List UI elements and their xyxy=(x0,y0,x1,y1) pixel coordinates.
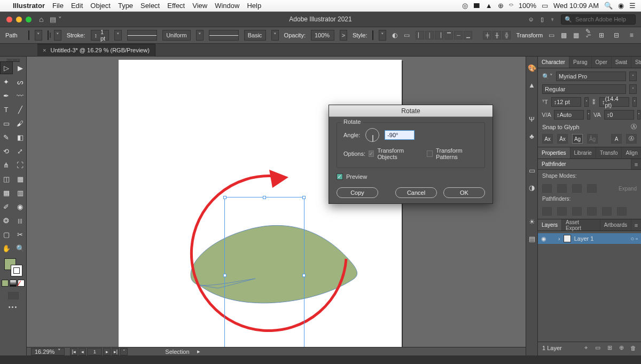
layer-row[interactable]: ◉ › Layer 1 ○ ▫ xyxy=(538,233,641,244)
wifi-icon[interactable]: ⌔ xyxy=(509,2,513,10)
visibility-icon[interactable]: ◉ xyxy=(541,235,546,242)
close-tab-icon[interactable]: × xyxy=(43,47,46,53)
edit-icon[interactable]: ✎̲ ˅ xyxy=(585,30,591,40)
tab-stroke[interactable]: Strok xyxy=(631,57,641,68)
scale-tool[interactable]: ⤢ xyxy=(14,145,26,157)
magic-wand-tool[interactable]: ✦ xyxy=(1,76,12,88)
menu-effect[interactable]: Effect xyxy=(167,2,185,10)
help-search-input[interactable] xyxy=(575,16,632,22)
mesh-tool[interactable]: ▩ xyxy=(1,187,12,199)
sync-icon[interactable]: ▲ xyxy=(486,2,493,10)
angle-input[interactable] xyxy=(385,130,415,140)
paintbrush-tool[interactable]: 🖌 xyxy=(14,117,26,129)
share-icon[interactable]: ☺ xyxy=(528,16,534,22)
lasso-tool[interactable]: ᔕ xyxy=(14,76,26,88)
align-group[interactable]: ▏│▕ ▔─▁ xyxy=(416,31,472,39)
ok-button[interactable]: OK xyxy=(443,187,485,198)
target-icon[interactable]: ○ ▫ xyxy=(630,235,638,242)
font-style-dd[interactable]: ˅ xyxy=(629,84,637,94)
rotate-tool[interactable]: ⟲ xyxy=(1,145,12,157)
mask-icon[interactable]: ▦ xyxy=(573,30,580,40)
control-center-icon[interactable]: ☰ xyxy=(629,2,636,10)
artboard-nav[interactable]: |◂◂1▸▸|˅ xyxy=(70,348,128,355)
tab-paragraph[interactable]: Parag xyxy=(569,57,592,68)
copy-button[interactable]: Copy xyxy=(337,187,378,198)
line-tool[interactable]: ╱ xyxy=(14,104,26,115)
zoom-field[interactable]: 16.29%˅ xyxy=(31,348,65,355)
battery-icon[interactable]: ▭ xyxy=(542,2,548,10)
rectangle-tool[interactable]: ▭ xyxy=(1,117,12,129)
hand-tool[interactable]: ✋ xyxy=(1,242,12,254)
doc-setup-icon[interactable]: ▯ xyxy=(541,16,544,23)
dropbox-icon[interactable]: ⯀ xyxy=(473,2,480,10)
style-dd[interactable]: ˅ xyxy=(379,30,386,41)
brush-dd[interactable]: ˅ xyxy=(271,30,279,41)
snap-glyph-icon[interactable]: Ⓐ xyxy=(631,123,637,131)
stroke-width-dd[interactable]: ˅ xyxy=(114,30,122,41)
free-transform-tool[interactable]: ⛶ xyxy=(14,159,26,171)
app-menu[interactable]: Illustrator xyxy=(13,2,45,10)
stroke-panel-icon[interactable]: ▭ xyxy=(527,165,537,175)
layers-menu[interactable]: ≡ xyxy=(631,219,641,231)
canvas[interactable]: 16.29%˅ |◂◂1▸▸|˅ Selection ▸ xyxy=(27,57,526,355)
color-mode-row[interactable]: ⁄ xyxy=(2,280,25,287)
eyedropper-tool[interactable]: ✐ xyxy=(1,201,12,212)
transform-link[interactable]: Transform xyxy=(516,32,543,38)
arrange-docs-icon[interactable]: ▤ ˅ xyxy=(50,15,62,23)
appearance-panel-icon[interactable]: ☀ xyxy=(527,217,537,226)
blend-tool[interactable]: ◉ xyxy=(14,201,26,212)
type-tool[interactable]: T xyxy=(1,104,12,115)
opacity-dd[interactable]: > xyxy=(340,30,347,41)
eraser-tool[interactable]: ◧ xyxy=(14,131,26,143)
brush-name[interactable]: Basic xyxy=(244,30,266,41)
shape-builder-tool[interactable]: ◫ xyxy=(1,173,12,185)
style-swatch[interactable] xyxy=(372,30,373,40)
locate-layer-icon[interactable]: ⌖ xyxy=(582,344,590,352)
home-icon[interactable]: ⌂ xyxy=(39,15,43,23)
siri-icon[interactable]: ◉ xyxy=(618,2,624,10)
symbols-panel-icon[interactable]: ♣ xyxy=(527,131,537,141)
tab-character[interactable]: Character xyxy=(538,57,569,68)
fill-swatch[interactable] xyxy=(28,30,29,40)
expand-layer-icon[interactable]: › xyxy=(558,235,560,242)
dialog-title[interactable]: Rotate xyxy=(329,105,493,117)
clock[interactable]: Wed 10:09 AM xyxy=(553,2,599,10)
panel-menu-icon[interactable]: ≡ xyxy=(627,30,636,40)
help-search[interactable]: 🔍 xyxy=(561,14,636,25)
font-style-field[interactable]: Regular xyxy=(542,84,626,94)
font-size-field[interactable]: ↕ 12 pt xyxy=(551,97,581,107)
direct-selection-tool[interactable]: ▶ xyxy=(14,62,26,74)
kerning-field[interactable]: ↕ Auto xyxy=(554,110,584,120)
fill-stroke-indicator[interactable] xyxy=(4,258,22,276)
perspective-tool[interactable]: ▦ xyxy=(14,173,26,185)
edit-toolbar-icon[interactable]: ••• xyxy=(9,304,18,310)
menu-help[interactable]: Help xyxy=(247,2,261,10)
color-guide-icon[interactable]: ▲ xyxy=(527,80,537,90)
stroke-width-field[interactable]: ↕1 pt xyxy=(91,30,110,41)
pathfinder-label[interactable]: Pathfinder xyxy=(538,159,631,169)
clip-mask-icon[interactable]: ▭ xyxy=(594,344,601,352)
pathfinder-menu[interactable]: ≡ xyxy=(631,159,641,169)
shape-modes-row[interactable]: Expand xyxy=(542,184,637,193)
recolor-icon[interactable]: ◐ xyxy=(392,30,398,40)
leading-field[interactable]: ↕ (14.4 pt) xyxy=(599,97,629,107)
stroke-swatch[interactable] xyxy=(48,30,49,40)
layer-name[interactable]: Layer 1 xyxy=(574,235,594,242)
tab-layers[interactable]: Layers xyxy=(538,219,562,231)
profile-preview[interactable] xyxy=(127,30,157,41)
align-to-icon[interactable]: ⊞ xyxy=(597,30,606,40)
menu-select[interactable]: Select xyxy=(140,2,160,10)
menu-object[interactable]: Object xyxy=(90,2,111,10)
opacity-field[interactable]: 100% xyxy=(311,30,334,41)
shape-icon[interactable]: ▭ xyxy=(548,30,555,40)
gradient-panel-icon[interactable]: ◑ xyxy=(527,183,537,192)
menu-view[interactable]: View xyxy=(192,2,207,10)
stroke-dropdown[interactable]: ˅ xyxy=(54,30,61,41)
new-sublayer-icon[interactable]: ⊞ xyxy=(606,344,613,352)
font-family-field[interactable]: Myriad Pro xyxy=(556,72,626,81)
doc-tab[interactable]: × Untitled-3* @ 16.29 % (RGB/Preview) xyxy=(37,44,155,57)
brush-preview[interactable] xyxy=(209,30,239,41)
menu-type[interactable]: Type xyxy=(118,2,133,10)
profile-name[interactable]: Uniform xyxy=(162,30,191,41)
selection-tool[interactable]: ▷ xyxy=(1,62,12,74)
